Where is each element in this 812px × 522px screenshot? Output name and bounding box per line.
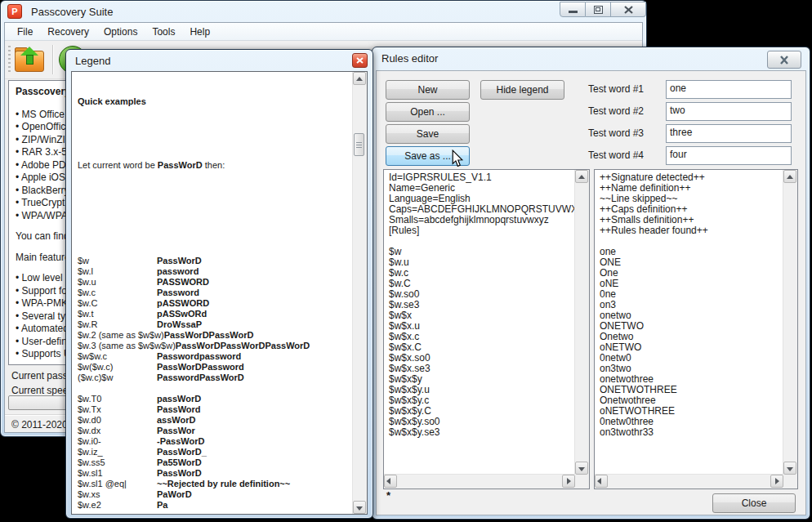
main-window-title: Passcovery Suite: [22, 6, 113, 18]
test-word-input[interactable]: two: [666, 102, 792, 121]
test-word-input[interactable]: four: [666, 146, 792, 165]
legend-line: $w.3 (same as $w$w$w)PassWorDPassWorDPas…: [78, 341, 351, 351]
legend-line: $w.e2Pa: [78, 500, 351, 511]
legend-intro: Let current word be PassWorD then:: [78, 160, 351, 171]
legend-line: $w.cPassword: [78, 288, 351, 298]
test-word-input[interactable]: one: [666, 80, 792, 99]
close-icon: [624, 6, 633, 14]
legend-line: $w.sl1PassWorD: [78, 468, 351, 479]
legend-line: $w.T0passWorD: [78, 394, 351, 404]
legend-line: $w.tpASSwORd: [78, 309, 351, 319]
rules-text: Id=IGPRSRULES_V1.1 Name=Generic Language…: [384, 170, 575, 475]
legend-close-button[interactable]: [352, 53, 368, 68]
legend-example-lines: $wPassWorD $w.lpassword $w.uPASSWORD $w.…: [78, 224, 351, 514]
legend-line: $w.CpASSWORD: [78, 298, 351, 309]
test-word-label: Test word #4: [588, 149, 644, 161]
legend-line: $w($w.c)PassWorDPassword: [78, 362, 351, 373]
open-file-icon[interactable]: [15, 45, 44, 71]
toolbar-grip[interactable]: [8, 46, 11, 74]
scroll-right-arrow[interactable]: [562, 475, 575, 488]
legend-line: $wPassWorD: [78, 256, 351, 266]
main-titlebar[interactable]: Passcovery SuiteP Passcovery Suite: [1, 1, 646, 22]
legend-line: ($w.c)$wPasswordPassWorD: [78, 373, 351, 383]
scroll-up-arrow[interactable]: [353, 72, 366, 85]
minimize-icon: [569, 11, 578, 13]
legend-line: [78, 511, 351, 514]
menu-item[interactable]: Recovery: [40, 25, 96, 39]
test-word-row: Test word #2 two: [588, 102, 788, 119]
legend-line: [78, 383, 351, 394]
legend-text: Quick examples Let current word be PassW…: [72, 72, 353, 514]
rules-editor-client: New Open ... Save Save as ... Hide legen…: [376, 70, 806, 515]
rules-editor-window: Rules editor New Open ... Save Save as .…: [372, 47, 810, 520]
legend-line: $w.i0--PassWorD: [78, 436, 351, 447]
desktop: Passcovery SuiteP Passcovery Suite: [0, 0, 812, 522]
test-word-label: Test word #3: [588, 127, 644, 139]
rules-editor-close-button[interactable]: [767, 51, 801, 69]
menu-item[interactable]: Options: [96, 25, 145, 39]
open-button[interactable]: Open ...: [386, 102, 470, 122]
menu-item[interactable]: File: [10, 25, 40, 39]
rules-hscrollbar[interactable]: [384, 474, 575, 489]
legend-line: $w.lpassword: [78, 266, 351, 277]
caption-buttons: [560, 2, 646, 17]
output-text: ++Signature detected++ ++Name definition…: [595, 170, 783, 475]
scroll-down-arrow[interactable]: [575, 462, 588, 475]
rules-textarea[interactable]: Id=IGPRSRULES_V1.1 Name=Generic Language…: [383, 169, 590, 489]
scroll-down-arrow[interactable]: [353, 501, 366, 514]
close-icon: [356, 57, 364, 64]
save-button[interactable]: Save: [386, 124, 470, 144]
test-word-row: Test word #4 four: [588, 146, 788, 163]
menu-item[interactable]: Tools: [145, 25, 182, 39]
restore-icon: [594, 6, 603, 14]
legend-titlebar[interactable]: Legend: [66, 50, 373, 71]
test-word-row: Test word #3 three: [588, 124, 788, 141]
close-dialog-button[interactable]: Close: [712, 493, 796, 513]
close-icon: [779, 56, 789, 65]
legend-line: $w.d0assWorD: [78, 415, 351, 426]
scroll-left-arrow[interactable]: [595, 475, 608, 488]
menu-bar: FileRecoveryOptionsToolsHelp: [5, 23, 642, 41]
test-word-row: Test word #1 one: [588, 80, 788, 97]
copyright-text: © 2011-2020: [11, 419, 68, 431]
legend-window: Legend Quick examples Let current word b…: [65, 49, 373, 519]
rules-editor-title: Rules editor: [373, 52, 438, 65]
legend-line: $w.2 (same as $w$w)PassWorDPassWorD: [78, 330, 351, 341]
close-button[interactable]: [611, 2, 646, 17]
legend-line: $w.ss5Pa55WorD: [78, 457, 351, 468]
modified-indicator: *: [386, 489, 390, 502]
legend-heading: Quick examples: [78, 96, 351, 107]
menu-item[interactable]: Help: [182, 25, 217, 39]
new-button[interactable]: New: [386, 80, 470, 100]
output-textarea[interactable]: ++Signature detected++ ++Name definition…: [594, 169, 798, 489]
app-icon: Passcovery SuiteP: [7, 4, 22, 19]
legend-content[interactable]: Quick examples Let current word be PassW…: [71, 71, 368, 515]
legend-line: $w.uPASSWORD: [78, 277, 351, 288]
rules-vscrollbar[interactable]: [574, 170, 589, 475]
test-word-label: Test word #1: [588, 83, 644, 95]
legend-scrollbar[interactable]: [352, 72, 367, 514]
scroll-left-arrow[interactable]: [384, 475, 397, 488]
mouse-cursor: [450, 149, 465, 171]
test-word-label: Test word #2: [588, 105, 644, 117]
scroll-down-arrow[interactable]: [783, 462, 796, 475]
legend-line: $w.iz_PassWorD_: [78, 447, 351, 457]
scroll-up-arrow[interactable]: [575, 170, 588, 183]
scroll-up-arrow[interactable]: [783, 170, 796, 183]
output-vscrollbar[interactable]: [783, 170, 797, 475]
legend-line: $w.xsPaWorD: [78, 489, 351, 500]
legend-line: $w.sl1 @eq|~~Rejected by rule definition…: [78, 479, 351, 489]
output-hscrollbar[interactable]: [595, 474, 783, 489]
rules-editor-titlebar[interactable]: Rules editor: [373, 47, 810, 69]
hide-legend-button[interactable]: Hide legend: [480, 80, 564, 100]
maximize-button[interactable]: [586, 2, 611, 17]
legend-line: $w$w.cPasswordpassword: [78, 351, 351, 362]
legend-line: $w.RDroWssaP: [78, 319, 351, 330]
toolbar-separator: [52, 45, 54, 74]
scroll-thumb[interactable]: [354, 133, 364, 156]
test-word-input[interactable]: three: [666, 124, 792, 143]
legend-line: $w.TxPassWord: [78, 404, 351, 415]
minimize-button[interactable]: [560, 2, 586, 17]
legend-line: $w.dxPassWor: [78, 426, 351, 436]
scroll-right-arrow[interactable]: [770, 475, 783, 488]
